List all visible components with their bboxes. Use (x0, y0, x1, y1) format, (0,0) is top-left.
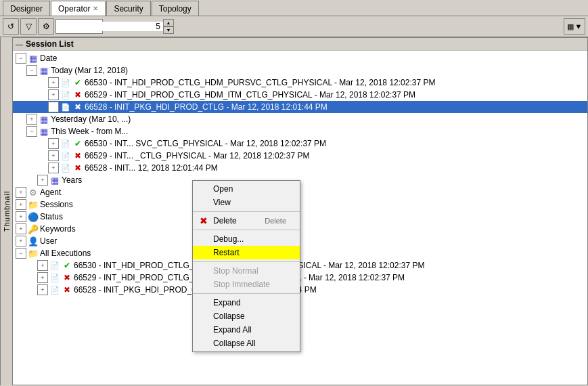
doc-icon-s66530c: 📄 (49, 260, 60, 271)
expander-sessions[interactable]: + (16, 199, 26, 210)
today-icon: ▦ (39, 65, 49, 76)
expander-status[interactable]: + (16, 211, 26, 222)
ctx-stop-immediate: Stop Immediate (193, 278, 300, 291)
ctx-sep-1 (193, 211, 300, 212)
status-red-s66529a: ✖ (72, 89, 83, 100)
ctx-collapse[interactable]: Collapse (193, 309, 300, 323)
tree-item-yesterday[interactable]: + ▦ Yesterday (Mar 10, ...) (13, 113, 587, 125)
status-icon: 🔵 (28, 211, 39, 222)
toolbar: ↺ ▽ ⚙ ▲ ▼ ▦ ▼ (0, 16, 588, 37)
status-red-s66529b: ✖ (72, 150, 83, 161)
context-menu: Open View ✖ Delete Delete Debug... Resta… (192, 180, 300, 352)
spin-up-button[interactable]: ▲ (163, 19, 174, 26)
ctx-delete[interactable]: ✖ Delete Delete (193, 214, 300, 228)
top-right-button[interactable]: ▦ ▼ (564, 18, 585, 35)
expander-s66529b[interactable]: + (48, 150, 59, 161)
ctx-open[interactable]: Open (193, 182, 300, 196)
doc-icon-s66529b: 📄 (60, 150, 71, 161)
tree-item-today[interactable]: − ▦ Today (Mar 12, 2018) (13, 64, 587, 77)
tree-item-s66530b[interactable]: + 📄 ✔ 66530 - INT... SVC_CTLG_PHYSICAL -… (13, 137, 587, 150)
expander-s66528b[interactable]: + (48, 163, 59, 173)
tree-item-date[interactable]: − ▦ Date (13, 52, 587, 64)
status-red-s66528a: ✖ (72, 102, 83, 112)
expander-agent[interactable]: + (16, 187, 26, 198)
ctx-expand-all[interactable]: Expand All (193, 323, 300, 337)
tree-item-s66529b[interactable]: + 📄 ✖ 66529 - INT... _CTLG_PHYSICAL - Ma… (13, 150, 587, 162)
session-list-header: — Session List (13, 38, 587, 51)
tab-close-icon[interactable]: ✕ (93, 5, 98, 12)
delete-icon: ✖ (198, 215, 209, 226)
tree-item-s66528a[interactable]: + 📄 ✖ 66528 - INIT_PKG_HDI_PROD_CTLG - M… (13, 101, 587, 113)
expander-yesterday[interactable]: + (26, 114, 37, 125)
delete-shortcut: Delete (265, 217, 286, 225)
spin-down-button[interactable]: ▼ (163, 26, 174, 34)
tab-designer[interactable]: Designer (3, 1, 50, 16)
ctx-view[interactable]: View (193, 196, 300, 209)
status-red-s66528c: ✖ (62, 284, 72, 295)
doc-icon-s66528b: 📄 (60, 163, 71, 173)
status-green-s66530c: ✔ (62, 260, 72, 271)
session-list-title: Session List (26, 39, 74, 49)
ctx-sep-2 (193, 230, 300, 230)
expander-thisweek[interactable]: − (26, 126, 37, 137)
tab-operator[interactable]: Operator ✕ (51, 1, 106, 16)
doc-icon-s66528c: 📄 (49, 284, 60, 295)
status-green-s66530a: ✔ (72, 77, 83, 88)
ctx-expand[interactable]: Expand (193, 296, 300, 309)
status-green-s66530b: ✔ (72, 138, 83, 149)
expander-date[interactable]: − (16, 53, 26, 64)
yesterday-icon: ▦ (39, 114, 49, 125)
tree-item-s66529a[interactable]: + 📄 ✖ 66529 - INT_HDI_PROD_CTLG_HDM_ITM_… (13, 89, 587, 101)
settings-button[interactable]: ⚙ (38, 18, 54, 35)
tab-security[interactable]: Security (106, 1, 150, 16)
grid-icon: ▦ (567, 22, 574, 31)
ctx-restart[interactable]: Restart (193, 246, 300, 259)
doc-icon-s66530a: 📄 (60, 77, 71, 88)
tree-panel: — Session List − ▦ Date − ▦ Today (Mar 1… (12, 37, 588, 385)
doc-icon-s66528a: 📄 (60, 102, 71, 112)
doc-icon-s66529c: 📄 (49, 272, 60, 283)
sessions-icon: 📁 (28, 199, 39, 210)
expander-s66528c[interactable]: + (37, 284, 48, 295)
ctx-stop-normal: Stop Normal (193, 264, 300, 278)
num-container: ▲ ▼ (55, 19, 103, 34)
refresh-button[interactable]: ↺ (3, 18, 19, 35)
tree-item-s66528b[interactable]: + 📄 ✖ 66528 - INIT... 12, 2018 12:01:44 … (13, 162, 587, 174)
expander-years[interactable]: + (37, 175, 48, 186)
tree-item-s66530a[interactable]: + 📄 ✔ 66530 - INT_HDI_PROD_CTLG_HDM_PURS… (13, 77, 587, 89)
tab-bar: Designer Operator ✕ Security Topology (0, 0, 588, 16)
tree-item-thisweek[interactable]: − ▦ This Week - from M... (13, 125, 587, 137)
calendar-icon: ▦ (28, 53, 39, 64)
ctx-collapse-all[interactable]: Collapse All (193, 337, 300, 350)
status-red-s66529c: ✖ (62, 272, 72, 283)
doc-icon-s66530b: 📄 (60, 138, 71, 149)
user-icon: 👤 (28, 236, 39, 246)
years-icon: ▦ (49, 175, 60, 186)
filter-button[interactable]: ▽ (20, 18, 37, 35)
expander-s66529a[interactable]: + (48, 89, 59, 100)
collapse-icon[interactable]: — (16, 40, 23, 48)
ctx-debug[interactable]: Debug... (193, 232, 300, 246)
dropdown-arrow: ▼ (575, 22, 583, 30)
main-layout: Thumbnail — Session List − ▦ Date − ▦ To… (0, 37, 588, 385)
num-input[interactable] (56, 22, 163, 31)
allexec-icon: 📁 (28, 248, 39, 259)
doc-icon-s66529a: 📄 (60, 89, 71, 100)
expander-keywords[interactable]: + (16, 223, 26, 234)
expander-s66529c[interactable]: + (37, 272, 48, 283)
agent-icon: ⚙ (28, 187, 39, 198)
expander-today[interactable]: − (26, 65, 37, 76)
spin-buttons: ▲ ▼ (163, 19, 174, 34)
expander-allexec[interactable]: − (16, 248, 26, 259)
ctx-sep-3 (193, 261, 300, 262)
left-sidebar-label: Thumbnail (0, 37, 12, 385)
status-red-s66528b: ✖ (72, 163, 83, 173)
expander-s66530a[interactable]: + (48, 77, 59, 88)
tab-topology[interactable]: Topology (152, 1, 199, 16)
expander-user[interactable]: + (16, 236, 26, 246)
expander-s66530c[interactable]: + (37, 260, 48, 271)
thisweek-icon: ▦ (39, 126, 49, 137)
expander-s66530b[interactable]: + (48, 138, 59, 149)
expander-s66528a[interactable]: + (48, 102, 59, 112)
keywords-icon: 🔑 (28, 223, 39, 234)
